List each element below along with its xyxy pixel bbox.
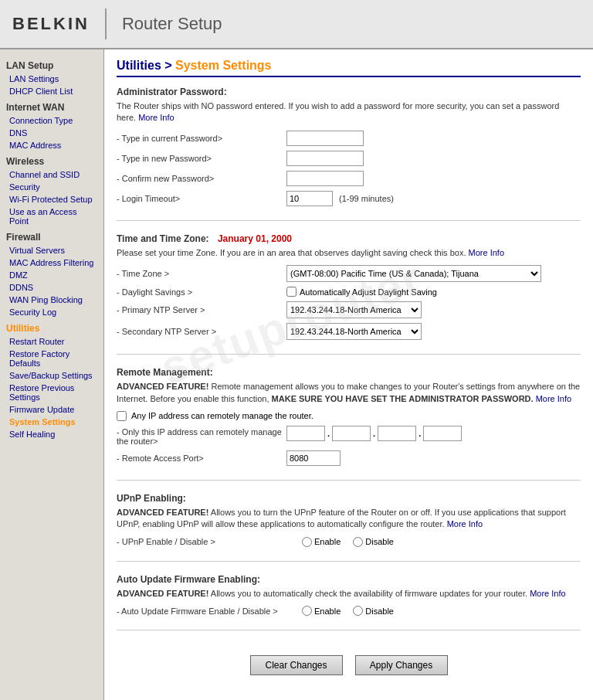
- auto-update-radio-group: Enable Disable: [302, 606, 394, 616]
- auto-update-more-info[interactable]: More Info: [530, 589, 565, 598]
- sidebar: LAN Setup LAN Settings DHCP Client List …: [0, 49, 104, 700]
- auto-update-row: - Auto Update Firmware Enable / Disable …: [117, 606, 581, 616]
- sidebar-item-access-point[interactable]: Use as an Access Point: [0, 206, 103, 227]
- only-ip-row: - Only this IP address can remotely mana…: [117, 426, 581, 446]
- auto-update-disable-radio[interactable]: [353, 606, 363, 616]
- nav-section-internet-wan: Internet WAN: [0, 97, 103, 114]
- sidebar-item-connection-type[interactable]: Connection Type: [0, 114, 103, 127]
- sidebar-item-system-settings[interactable]: System Settings: [0, 416, 103, 428]
- content: Utilities > System Settings Administrato…: [104, 49, 593, 700]
- admin-password-desc: The Router ships with NO password entere…: [117, 100, 581, 124]
- auto-update-disable-label[interactable]: Disable: [353, 606, 394, 616]
- upnp-row: - UPnP Enable / Disable > Enable Disable: [117, 537, 581, 547]
- upnp-enable-radio[interactable]: [302, 537, 312, 547]
- sidebar-item-lan-settings[interactable]: LAN Settings: [0, 73, 103, 85]
- upnp-disable-radio[interactable]: [353, 537, 363, 547]
- secondary-ntp-row: - Secondary NTP Server > 192.43.244.18-N…: [117, 323, 581, 340]
- confirm-password-label: - Confirm new Password>: [117, 174, 286, 183]
- sidebar-item-wan-ping-blocking[interactable]: WAN Ping Blocking: [0, 294, 103, 306]
- daylight-row: - Daylight Savings > Automatically Adjus…: [117, 287, 581, 297]
- new-password-row: - Type in new Password>: [117, 151, 581, 166]
- footer-buttons: Clear Changes Apply Changes: [117, 643, 581, 681]
- upnp-title: UPnP Enabling:: [117, 493, 581, 504]
- section-remote-management: Remote Management: ADVANCED FEATURE! Rem…: [117, 367, 581, 481]
- auto-update-enable-label[interactable]: Enable: [302, 606, 341, 616]
- nav-section-firewall: Firewall: [0, 227, 103, 244]
- timeout-row: - Login Timeout> (1-99 minutes): [117, 191, 581, 206]
- ip-fields: . . .: [286, 426, 462, 441]
- sidebar-item-ddns[interactable]: DDNS: [0, 281, 103, 294]
- auto-update-enable-radio[interactable]: [302, 606, 312, 616]
- new-password-input[interactable]: [286, 151, 364, 166]
- upnp-more-info[interactable]: More Info: [447, 519, 483, 528]
- clear-changes-button[interactable]: Clear Changes: [250, 655, 343, 675]
- primary-ntp-select[interactable]: 192.43.244.18-North America: [286, 301, 422, 318]
- remote-port-input[interactable]: [286, 450, 341, 466]
- sidebar-item-channel-ssid[interactable]: Channel and SSID: [0, 168, 103, 181]
- router-setup-title: Router Setup: [122, 14, 222, 34]
- secondary-ntp-label: - Secondary NTP Server >: [117, 327, 286, 336]
- daylight-checkbox-label: Automatically Adjust Daylight Saving: [300, 287, 437, 297]
- ip-field-3[interactable]: [378, 426, 416, 441]
- ip-dot-1: .: [327, 429, 330, 438]
- section-admin-password: Administrator Password: The Router ships…: [117, 87, 581, 221]
- timezone-label: - Time Zone >: [117, 269, 286, 278]
- sidebar-item-wifi-protected-setup[interactable]: Wi-Fi Protected Setup: [0, 193, 103, 206]
- sidebar-item-mac-address-filtering[interactable]: MAC Address Filtering: [0, 257, 103, 269]
- time-zone-more-info[interactable]: More Info: [469, 248, 504, 257]
- sidebar-item-firmware-update[interactable]: Firmware Update: [0, 403, 103, 416]
- sidebar-item-dns[interactable]: DNS: [0, 127, 103, 139]
- ip-dot-3: .: [418, 429, 421, 438]
- secondary-ntp-select[interactable]: 192.43.244.18-North America: [286, 323, 422, 340]
- timeout-hint: (1-99 minutes): [339, 194, 394, 203]
- time-zone-desc: Please set your time Zone. If you are in…: [117, 247, 581, 259]
- remote-more-info[interactable]: More Info: [536, 394, 571, 403]
- nav-section-lan-setup: LAN Setup: [0, 56, 103, 73]
- sidebar-item-mac-address[interactable]: MAC Address: [0, 139, 103, 151]
- remote-port-row: - Remote Access Port>: [117, 450, 581, 466]
- admin-password-more-info[interactable]: More Info: [138, 113, 174, 122]
- sidebar-item-restore-factory[interactable]: Restore Factory Defaults: [0, 348, 103, 369]
- admin-password-title: Administrator Password:: [117, 87, 581, 97]
- nav-section-wireless: Wireless: [0, 151, 103, 168]
- logo-divider: [105, 8, 107, 39]
- sidebar-item-self-healing[interactable]: Self Healing: [0, 428, 103, 440]
- date-highlight: January 01, 2000: [218, 233, 292, 244]
- sidebar-item-dmz[interactable]: DMZ: [0, 269, 103, 281]
- time-zone-title: Time and Time Zone: January 01, 2000: [117, 233, 581, 244]
- main-layout: setuprouter LAN Setup LAN Settings DHCP …: [0, 49, 593, 700]
- auto-update-label: - Auto Update Firmware Enable / Disable …: [117, 607, 302, 616]
- ip-field-2[interactable]: [332, 426, 371, 441]
- ip-field-4[interactable]: [423, 426, 462, 441]
- upnp-disable-label[interactable]: Disable: [353, 537, 394, 547]
- upnp-enable-label[interactable]: Enable: [302, 537, 341, 547]
- auto-update-desc: ADVANCED FEATURE! Allows you to automati…: [117, 588, 581, 600]
- header: BELKIN Router Setup: [0, 0, 593, 49]
- page-heading-highlight: System Settings: [175, 59, 271, 72]
- upnp-label: - UPnP Enable / Disable >: [117, 537, 302, 546]
- sidebar-item-security[interactable]: Security: [0, 181, 103, 193]
- any-ip-checkbox[interactable]: [117, 411, 127, 421]
- ip-dot-2: .: [373, 429, 375, 438]
- daylight-checkbox[interactable]: [286, 287, 296, 297]
- timezone-select[interactable]: (GMT-08:00) Pacific Time (US & Canada); …: [286, 265, 541, 282]
- apply-changes-button[interactable]: Apply Changes: [355, 655, 448, 675]
- current-password-label: - Type in current Password>: [117, 134, 286, 143]
- sidebar-item-restart-router[interactable]: Restart Router: [0, 335, 103, 348]
- timeout-label: - Login Timeout>: [117, 194, 286, 203]
- sidebar-item-restore-previous[interactable]: Restore Previous Settings: [0, 382, 103, 403]
- confirm-password-input[interactable]: [286, 171, 364, 186]
- any-ip-label: Any IP address can remotely manage the r…: [131, 411, 313, 420]
- section-time-zone: Time and Time Zone: January 01, 2000 Ple…: [117, 233, 581, 355]
- sidebar-item-dhcp-client-list[interactable]: DHCP Client List: [0, 85, 103, 97]
- timeout-input[interactable]: [286, 191, 333, 206]
- ip-field-1[interactable]: [286, 426, 325, 441]
- upnp-desc: ADVANCED FEATURE! Allows you to turn the…: [117, 507, 581, 531]
- confirm-password-row: - Confirm new Password>: [117, 171, 581, 186]
- daylight-label: - Daylight Savings >: [117, 287, 286, 297]
- current-password-input[interactable]: [286, 131, 364, 146]
- primary-ntp-row: - Primary NTP Server > 192.43.244.18-Nor…: [117, 301, 581, 318]
- sidebar-item-security-log[interactable]: Security Log: [0, 306, 103, 318]
- sidebar-item-save-backup[interactable]: Save/Backup Settings: [0, 369, 103, 382]
- sidebar-item-virtual-servers[interactable]: Virtual Servers: [0, 244, 103, 257]
